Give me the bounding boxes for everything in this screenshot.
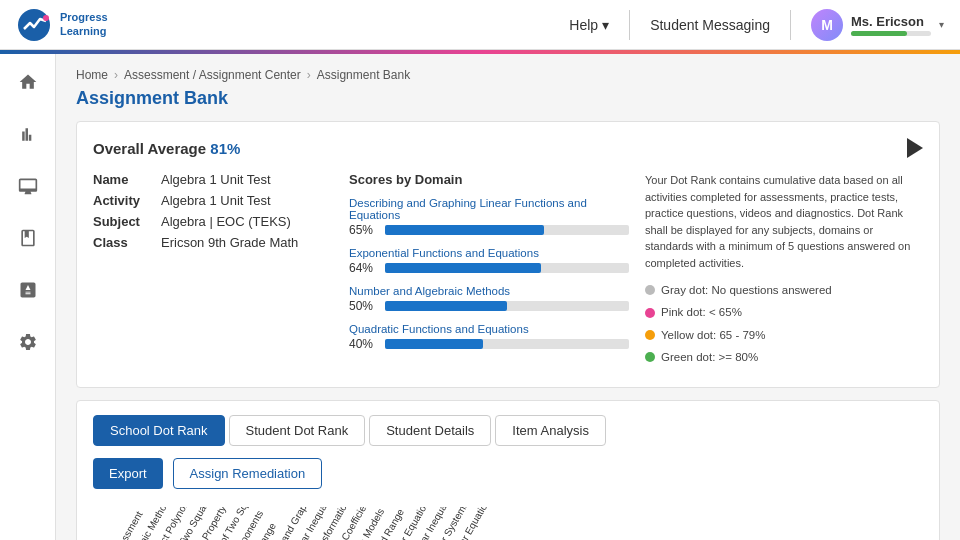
sidebar-item-home[interactable] [12, 66, 44, 98]
name-label: Name [93, 172, 153, 187]
legend-label: Gray dot: No questions answered [661, 281, 832, 299]
header-right: Help ▾ Student Messaging M Ms. Ericson ▾ [569, 9, 944, 41]
sidebar-item-report[interactable] [12, 274, 44, 306]
domain-name[interactable]: Describing and Graphing Linear Functions… [349, 197, 629, 221]
name-value: Algebra 1 Unit Test [161, 172, 271, 187]
legend-label: Yellow dot: 65 - 79% [661, 326, 765, 344]
domain-pct: 50% [349, 299, 377, 313]
chevron-down-icon: ▾ [602, 17, 609, 33]
tabs-row: School Dot RankStudent Dot RankStudent D… [93, 415, 923, 446]
legend-item: Yellow dot: 65 - 79% [645, 326, 923, 344]
sidebar-item-book[interactable] [12, 222, 44, 254]
subject-label: Subject [93, 214, 153, 229]
main-content: Home › Assessment / Assignment Center › … [56, 54, 960, 540]
info-row-subject: Subject Algebra | EOC (TEKS) [93, 214, 333, 229]
logo: Progress Learning [16, 7, 108, 43]
sidebar-item-monitor[interactable] [12, 170, 44, 202]
header-divider2 [790, 10, 791, 40]
avatar: M [811, 9, 843, 41]
breadcrumb: Home › Assessment / Assignment Center › … [76, 68, 940, 82]
activity-value: Algebra 1 Unit Test [161, 193, 271, 208]
domain-item: Exponential Functions and Equations 64% [349, 247, 629, 275]
student-messaging-link[interactable]: Student Messaging [650, 17, 770, 33]
tab-student-dot-rank[interactable]: Student Dot Rank [229, 415, 366, 446]
help-button[interactable]: Help ▾ [569, 17, 609, 33]
assign-remediation-button[interactable]: Assign Remediation [173, 458, 323, 489]
bar-fill [385, 339, 483, 349]
info-card: Overall Average 81% Name Algebra 1 Unit … [76, 121, 940, 388]
domain-name[interactable]: Quadratic Functions and Equations [349, 323, 629, 335]
btns-row: Export Assign Remediation [93, 458, 923, 499]
legend-label: Green dot: >= 80% [661, 348, 758, 366]
bar-track [385, 263, 629, 273]
legend-items: Gray dot: No questions answered Pink dot… [645, 281, 923, 367]
domain-item: Number and Algebraic Methods 50% [349, 285, 629, 313]
scores-section: Scores by Domain Describing and Graphing… [349, 172, 629, 371]
user-section[interactable]: M Ms. Ericson ▾ [811, 9, 944, 41]
avg-label-text: Overall Average [93, 140, 206, 157]
rotated-headers: Demo Assessmentand Algebraic Methodsand … [93, 507, 923, 540]
info-row-name: Name Algebra 1 Unit Test [93, 172, 333, 187]
breadcrumb-home[interactable]: Home [76, 68, 108, 82]
tab-student-details[interactable]: Student Details [369, 415, 491, 446]
home-icon [18, 72, 38, 92]
logo-text: Progress Learning [60, 11, 108, 37]
bar-fill [385, 263, 541, 273]
domain-name[interactable]: Number and Algebraic Methods [349, 285, 629, 297]
overall-avg-label: Overall Average 81% [93, 140, 240, 157]
info-row-activity: Activity Algebra 1 Unit Test [93, 193, 333, 208]
user-progress-fill [851, 31, 907, 36]
domain-bar-row: 65% [349, 223, 629, 237]
tabs-card: School Dot RankStudent Dot RankStudent D… [76, 400, 940, 540]
page-title: Assignment Bank [76, 88, 940, 109]
legend-item: Gray dot: No questions answered [645, 281, 923, 299]
info-meta: Name Algebra 1 Unit Test Activity Algebr… [93, 172, 333, 371]
breadcrumb-arrow2: › [307, 68, 311, 82]
layout: Home › Assessment / Assignment Center › … [0, 54, 960, 540]
sidebar [0, 54, 56, 540]
avg-value: 81% [210, 140, 240, 157]
overall-average-row: Overall Average 81% [93, 138, 923, 158]
legend-item: Green dot: >= 80% [645, 348, 923, 366]
domain-name[interactable]: Exponential Functions and Equations [349, 247, 629, 259]
activity-label: Activity [93, 193, 153, 208]
header-divider [629, 10, 630, 40]
bar-track [385, 339, 629, 349]
legend-description: Your Dot Rank contains cumulative data b… [645, 172, 923, 271]
legend-label: Pink dot: < 65% [661, 303, 742, 321]
logo-line2: Learning [60, 25, 108, 38]
domain-item: Describing and Graphing Linear Functions… [349, 197, 629, 237]
green-dot [645, 352, 655, 362]
domain-bar-row: 50% [349, 299, 629, 313]
class-label: Class [93, 235, 153, 250]
yellow-dot [645, 330, 655, 340]
scores-title: Scores by Domain [349, 172, 629, 187]
help-label: Help [569, 17, 598, 33]
export-button[interactable]: Export [93, 458, 163, 489]
bar-track [385, 225, 629, 235]
pink-dot [645, 308, 655, 318]
domain-pct: 40% [349, 337, 377, 351]
play-button[interactable] [907, 138, 923, 158]
legend-section: Your Dot Rank contains cumulative data b… [645, 172, 923, 371]
tab-school-dot-rank[interactable]: School Dot Rank [93, 415, 225, 446]
sidebar-item-chart[interactable] [12, 118, 44, 150]
user-chevron-icon: ▾ [939, 19, 944, 30]
subject-value: Algebra | EOC (TEKS) [161, 214, 291, 229]
user-name: Ms. Ericson [851, 14, 931, 29]
user-progress-bar [851, 31, 931, 36]
sidebar-item-settings[interactable] [12, 326, 44, 358]
book-icon [18, 228, 38, 248]
logo-line1: Progress [60, 11, 108, 24]
domain-bar-row: 64% [349, 261, 629, 275]
user-name-block: Ms. Ericson [851, 14, 931, 36]
report-icon [18, 280, 38, 300]
bar-chart-icon [18, 124, 38, 144]
breadcrumb-assessment-center[interactable]: Assessment / Assignment Center [124, 68, 301, 82]
info-grid: Name Algebra 1 Unit Test Activity Algebr… [93, 172, 923, 371]
tab-item-analysis[interactable]: Item Analysis [495, 415, 606, 446]
domain-bar-row: 40% [349, 337, 629, 351]
bar-fill [385, 301, 507, 311]
domain-pct: 65% [349, 223, 377, 237]
domain-item: Quadratic Functions and Equations 40% [349, 323, 629, 351]
